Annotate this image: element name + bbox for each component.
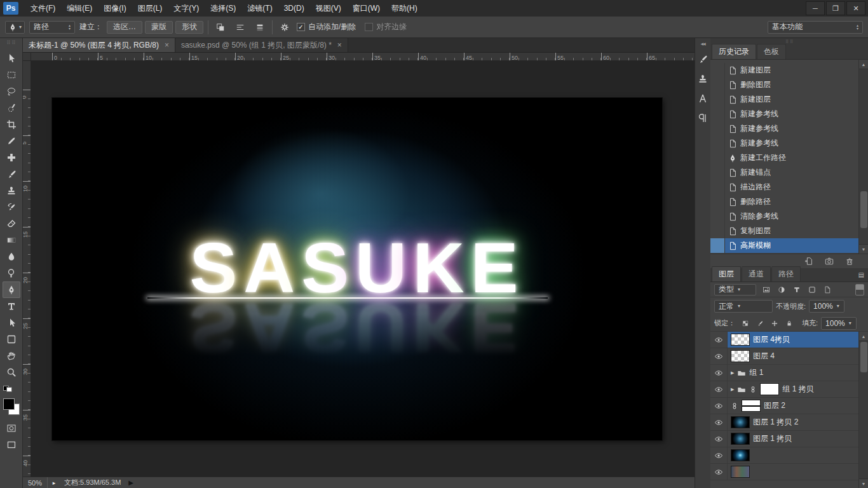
horizontal-ruler[interactable]: 05101520253035404550556065 — [31, 53, 695, 61]
layer-thumbnail[interactable] — [731, 433, 750, 445]
character-panel-icon[interactable] — [696, 92, 710, 105]
history-source-checkbox[interactable] — [710, 180, 725, 194]
layer-thumbnail[interactable] — [731, 350, 750, 362]
layer-row[interactable]: ▶ 图层 2 — [710, 398, 868, 414]
history-state[interactable]: 新建图层 — [710, 63, 868, 78]
make-button[interactable]: 形状 — [175, 21, 203, 34]
quick-selection-tool[interactable] — [3, 100, 20, 116]
new-document-from-state-button[interactable] — [802, 255, 816, 268]
layer-visibility-toggle[interactable] — [710, 381, 728, 397]
history-source-checkbox[interactable] — [710, 78, 725, 92]
healing-brush-tool[interactable] — [3, 149, 20, 166]
minimize-button[interactable]: ─ — [806, 1, 825, 15]
close-tab-icon[interactable]: × — [165, 41, 169, 50]
history-state[interactable]: 新建参考线 — [710, 121, 868, 136]
layer-row[interactable]: ▶ 图层 4拷贝 — [710, 332, 868, 348]
panel-tab[interactable]: 历史记录 — [712, 44, 756, 59]
checkbox-box[interactable]: ✓ — [297, 23, 305, 31]
layer-visibility-toggle[interactable] — [710, 332, 728, 348]
history-source-checkbox[interactable] — [710, 107, 725, 121]
history-scrollbar[interactable]: ▲ ▼ — [858, 60, 868, 254]
scrollbar-thumb[interactable] — [860, 342, 867, 372]
scroll-down-icon[interactable]: ▼ — [859, 478, 868, 488]
option-checkbox[interactable]: ✓ 自动添加/删除 — [297, 22, 356, 32]
close-tab-icon[interactable]: × — [337, 41, 342, 50]
history-state[interactable]: 复制图层 — [710, 224, 868, 238]
path-operations-icon[interactable] — [213, 20, 228, 34]
history-state[interactable]: 删除图层 — [710, 78, 868, 92]
default-colors-icon[interactable] — [3, 386, 12, 392]
layer-row[interactable]: ▶ — [710, 447, 868, 464]
history-state[interactable]: 新建图层 — [710, 92, 868, 107]
menu-item[interactable]: 3D(D) — [278, 0, 310, 17]
dodge-tool[interactable] — [3, 265, 20, 281]
panel-tab[interactable]: 路径 — [771, 266, 801, 281]
layer-thumbnail[interactable] — [731, 416, 750, 428]
history-source-checkbox[interactable] — [710, 92, 725, 107]
layer-row[interactable]: ▶ 图层 1 拷贝 — [710, 431, 868, 447]
history-state[interactable]: 删除路径 — [710, 194, 868, 209]
layer-row[interactable]: ▶ — [710, 464, 868, 480]
menu-item[interactable]: 文字(Y) — [168, 0, 205, 17]
layer-thumbnail[interactable] — [731, 334, 750, 346]
path-mode-select[interactable]: 路径 ▴▾ — [29, 21, 75, 34]
filter-pixel-layers-icon[interactable] — [759, 283, 773, 296]
filter-shape-layers-icon[interactable] — [805, 283, 819, 296]
history-source-checkbox[interactable] — [710, 194, 725, 209]
delete-state-button[interactable] — [843, 255, 857, 268]
new-snapshot-button[interactable] — [822, 255, 836, 268]
gear-icon[interactable] — [277, 20, 292, 34]
history-source-checkbox[interactable] — [710, 165, 725, 180]
menu-item[interactable]: 选择(S) — [205, 0, 241, 17]
scroll-down-icon[interactable]: ▼ — [859, 244, 868, 254]
menu-item[interactable]: 图层(L) — [132, 0, 168, 17]
layer-visibility-toggle[interactable] — [710, 398, 728, 414]
vertical-ruler[interactable]: 051015202530354045 — [23, 61, 31, 477]
lock-position-icon[interactable] — [768, 317, 782, 330]
shape-tool[interactable] — [3, 331, 20, 348]
history-source-checkbox[interactable] — [710, 224, 725, 238]
toolbar-grip[interactable]: ⠿ ⠿ — [7, 40, 16, 48]
panel-tab[interactable]: 色板 — [757, 44, 786, 59]
menu-item[interactable]: 滤镜(T) — [241, 0, 278, 17]
lasso-tool[interactable] — [3, 83, 20, 100]
brush-presets-panel-icon[interactable] — [696, 52, 710, 65]
layer-row[interactable]: ▶ 组 1 拷贝 — [710, 381, 868, 398]
eyedropper-tool[interactable] — [3, 133, 20, 149]
marquee-tool[interactable] — [3, 67, 20, 83]
history-state[interactable]: 清除参考线 — [710, 209, 868, 224]
layer-name[interactable]: 组 1 拷贝 — [782, 384, 813, 395]
filter-smart-objects-icon[interactable] — [820, 283, 834, 296]
document-tab[interactable]: 未标题-1 @ 50% (图层 4 拷贝, RGB/8) × — [23, 38, 175, 52]
make-button[interactable]: 选区… — [107, 21, 142, 34]
scroll-up-icon[interactable]: ▲ — [859, 60, 868, 69]
layer-visibility-toggle[interactable] — [710, 447, 728, 463]
move-tool[interactable] — [3, 50, 20, 67]
tool-preset-picker[interactable]: ▾ — [5, 21, 25, 34]
layer-row[interactable]: ▶ 组 1 — [710, 365, 868, 381]
layer-name[interactable]: 图层 4 — [753, 351, 775, 362]
history-source-checkbox[interactable] — [710, 209, 725, 224]
workspace-switcher[interactable]: 基本功能 ▴▾ — [768, 21, 863, 34]
document-tab[interactable]: sasuke.psd @ 50% (组 1 拷贝, 图层蒙版/8) * × — [175, 38, 348, 52]
layer-name[interactable]: 图层 1 拷贝 — [753, 433, 792, 444]
blur-tool[interactable] — [3, 248, 20, 265]
hand-tool[interactable] — [3, 348, 20, 364]
history-source-checkbox[interactable] — [710, 238, 725, 253]
history-source-checkbox[interactable] — [710, 121, 725, 136]
history-state[interactable]: 描边路径 — [710, 180, 868, 194]
clone-stamp-tool[interactable] — [3, 182, 20, 199]
blend-mode-select[interactable]: 正常 ▾ — [714, 300, 773, 313]
type-tool[interactable] — [3, 298, 20, 315]
panel-tab[interactable]: 通道 — [742, 266, 771, 281]
menu-item[interactable]: 视图(V) — [310, 0, 347, 17]
zoom-level-field[interactable]: 50% — [23, 477, 48, 488]
opacity-select[interactable]: 100% ▾ — [809, 300, 844, 313]
eraser-tool[interactable] — [3, 215, 20, 232]
foreground-color-swatch[interactable] — [3, 398, 15, 410]
history-state[interactable]: 新建参考线 — [710, 136, 868, 151]
make-button[interactable]: 蒙版 — [145, 21, 173, 34]
scrollbar-thumb[interactable] — [860, 191, 867, 228]
layer-thumbnail[interactable] — [731, 466, 750, 478]
layer-mask-thumbnail[interactable] — [760, 383, 779, 395]
